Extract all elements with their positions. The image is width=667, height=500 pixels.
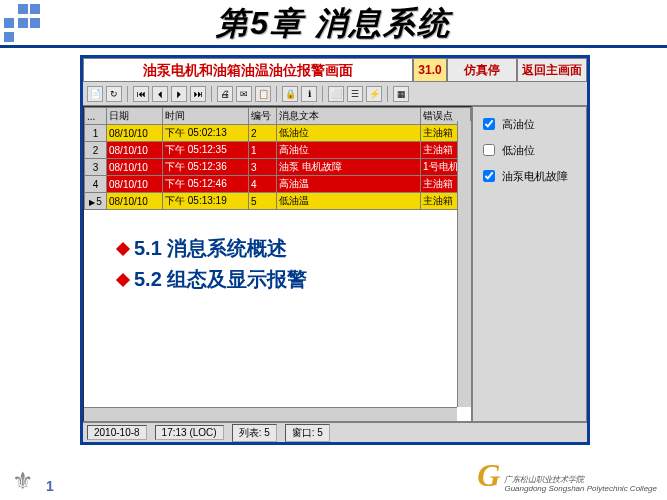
status-time: 17:13 (LOC) xyxy=(155,425,224,440)
app-body: ... 日期 时间 编号 消息文本 错误点 108/10/10下午 05:02:… xyxy=(83,106,587,422)
status-bar: 2010-10-8 17:13 (LOC) 列表: 5 窗口: 5 xyxy=(83,422,587,442)
section-link-2-text: 5.2 组态及显示报警 xyxy=(134,266,307,293)
footer-logo: G 广东松山职业技术学院 Guangdong Songshan Polytech… xyxy=(477,457,657,494)
app-header: 油泵电机和油箱油温油位报警画面 31.0 仿真停 返回主画面 xyxy=(83,58,587,82)
checkbox-input-3[interactable] xyxy=(483,170,495,182)
tool-icon-6[interactable]: ⏭ xyxy=(190,86,206,102)
vertical-scrollbar[interactable] xyxy=(457,121,471,407)
diamond-icon xyxy=(116,241,130,255)
status-list: 列表: 5 xyxy=(232,424,277,442)
logo-glyph: G xyxy=(477,457,500,494)
slide: 第5章 消息系统 油泵电机和油箱油温油位报警画面 31.0 仿真停 返回主画面 … xyxy=(0,0,667,500)
alarm-grid: ... 日期 时间 编号 消息文本 错误点 108/10/10下午 05:02:… xyxy=(84,107,471,210)
page-number: 1 xyxy=(46,478,54,494)
status-window: 窗口: 5 xyxy=(285,424,330,442)
table-row[interactable]: 508/10/10下午 05:13:195低油温主油箱 xyxy=(85,193,471,210)
tool-icon-13[interactable]: ☰ xyxy=(347,86,363,102)
tool-icon-7[interactable]: 🖨 xyxy=(217,86,233,102)
return-main-button[interactable]: 返回主画面 xyxy=(517,58,587,82)
tool-icon-5[interactable]: ⏵ xyxy=(171,86,187,102)
app-title: 油泵电机和油箱油温油位报警画面 xyxy=(83,58,413,82)
section-link-2[interactable]: 5.2 组态及显示报警 xyxy=(118,266,307,293)
tool-icon-3[interactable]: ⏮ xyxy=(133,86,149,102)
checkbox-low-level[interactable]: 低油位 xyxy=(479,141,580,159)
tool-icon-8[interactable]: ✉ xyxy=(236,86,252,102)
table-row[interactable]: 208/10/10下午 05:12:351高油位主油箱 xyxy=(85,142,471,159)
checkbox-label-1: 高油位 xyxy=(502,117,535,132)
tool-icon-1[interactable]: 📄 xyxy=(87,86,103,102)
app-window: 油泵电机和油箱油温油位报警画面 31.0 仿真停 返回主画面 📄 ↻ ⏮ ⏴ ⏵… xyxy=(80,55,590,445)
school-name-en: Guangdong Songshan Polytechnic College xyxy=(504,485,657,494)
checkbox-label-3: 油泵电机故障 xyxy=(502,169,568,184)
table-row[interactable]: 408/10/10下午 05:12:464高油温主油箱 xyxy=(85,176,471,193)
checkbox-label-2: 低油位 xyxy=(502,143,535,158)
table-row[interactable]: 108/10/10下午 05:02:132低油位主油箱 xyxy=(85,125,471,142)
section-links-overlay: 5.1 消息系统概述 5.2 组态及显示报警 xyxy=(114,227,311,301)
table-row[interactable]: 308/10/10下午 05:12:363油泵 电机故障1号电机 xyxy=(85,159,471,176)
col-no[interactable]: 编号 xyxy=(249,108,277,125)
header-value: 31.0 xyxy=(413,58,447,82)
col-time[interactable]: 时间 xyxy=(163,108,249,125)
grid-header-row: ... 日期 时间 编号 消息文本 错误点 xyxy=(85,108,471,125)
tool-icon-14[interactable]: ⚡ xyxy=(366,86,382,102)
toolbar: 📄 ↻ ⏮ ⏴ ⏵ ⏭ 🖨 ✉ 📋 🔒 ℹ ⬜ ☰ ⚡ ▦ xyxy=(83,82,587,106)
status-date: 2010-10-8 xyxy=(87,425,147,440)
sim-stop-button[interactable]: 仿真停 xyxy=(447,58,517,82)
tool-icon-9[interactable]: 📋 xyxy=(255,86,271,102)
checkbox-high-level[interactable]: 高油位 xyxy=(479,115,580,133)
horizontal-scrollbar[interactable] xyxy=(84,407,457,421)
side-panel: 高油位 低油位 油泵电机故障 xyxy=(472,106,587,422)
checkbox-pump-fault[interactable]: 油泵电机故障 xyxy=(479,167,580,185)
col-date[interactable]: 日期 xyxy=(107,108,163,125)
tool-icon-10[interactable]: 🔒 xyxy=(282,86,298,102)
tool-icon-15[interactable]: ▦ xyxy=(393,86,409,102)
checkbox-input-1[interactable] xyxy=(483,118,495,130)
section-link-1-text: 5.1 消息系统概述 xyxy=(134,235,287,262)
diamond-icon xyxy=(116,272,130,286)
section-link-1[interactable]: 5.1 消息系统概述 xyxy=(118,235,307,262)
col-text[interactable]: 消息文本 xyxy=(277,108,421,125)
title-underline xyxy=(0,45,667,48)
alarm-grid-container: ... 日期 时间 编号 消息文本 错误点 108/10/10下午 05:02:… xyxy=(83,106,472,422)
checkbox-input-2[interactable] xyxy=(483,144,495,156)
tool-icon-4[interactable]: ⏴ xyxy=(152,86,168,102)
tool-icon-11[interactable]: ℹ xyxy=(301,86,317,102)
col-rownum[interactable]: ... xyxy=(85,108,107,125)
tool-icon-2[interactable]: ↻ xyxy=(106,86,122,102)
tool-icon-12[interactable]: ⬜ xyxy=(328,86,344,102)
slide-title: 第5章 消息系统 xyxy=(0,2,667,46)
fleur-de-lis-icon: ⚜ xyxy=(8,466,38,496)
